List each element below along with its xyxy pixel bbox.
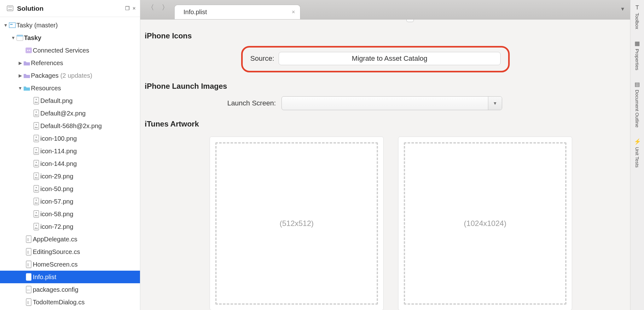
tree-file[interactable]: icon-114.png — [0, 145, 140, 157]
tree-file[interactable]: icon-50.png — [0, 183, 140, 195]
svg-rect-23 — [34, 198, 39, 205]
tree-file[interactable]: Info.plist — [0, 271, 140, 283]
source-label: Source: — [250, 54, 274, 63]
chevron-down-icon[interactable]: ▼ — [3, 23, 8, 28]
tree-label: Info.plist — [33, 273, 56, 281]
tree-file[interactable]: icon-100.png — [0, 132, 140, 145]
svg-text:{}: {} — [27, 301, 29, 304]
tree-file[interactable]: icon-72.png — [0, 220, 140, 233]
tab-close-icon[interactable]: × — [292, 9, 295, 15]
file-icon: {} — [25, 248, 33, 256]
right-tool-rail: TToolbox▦Properties▤Document Outline⚡Uni… — [630, 0, 644, 310]
rail-toolbox[interactable]: TToolbox — [634, 4, 641, 29]
tree-file[interactable]: Default@2x.png — [0, 107, 140, 120]
tree-label: References — [31, 59, 63, 67]
artwork-1x: (512x512) 1x — [210, 137, 384, 310]
tree-label: icon-100.png — [40, 135, 77, 142]
svg-point-5 — [27, 50, 28, 51]
solution-tree: ▼ Tasky (master) ▼ Tasky Connected Servi… — [0, 17, 140, 308]
image-file-icon — [32, 198, 40, 205]
tree-file[interactable]: {}AppDelegate.cs — [0, 233, 140, 245]
combo-dropdown-icon[interactable]: ▼ — [488, 97, 502, 110]
close-pane-icon[interactable]: × — [133, 6, 136, 11]
image-file-icon — [32, 122, 40, 130]
tree-connected-services[interactable]: Connected Services — [0, 44, 140, 57]
tree-solution-root[interactable]: ▼ Tasky (master) — [0, 19, 140, 31]
file-icon: {} — [25, 261, 33, 268]
svg-rect-9 — [34, 110, 39, 117]
file-icon — [25, 273, 33, 281]
tree-file[interactable]: {}HomeScreen.cs — [0, 258, 140, 271]
image-file-icon — [32, 110, 40, 117]
tree-label: Tasky — [24, 34, 41, 42]
svg-point-10 — [36, 111, 37, 113]
chevron-right-icon[interactable]: ▶ — [18, 60, 23, 65]
svg-rect-25 — [34, 211, 39, 217]
svg-rect-13 — [34, 135, 39, 142]
svg-rect-15 — [34, 148, 39, 155]
tree-label: Connected Services — [33, 47, 89, 54]
svg-point-24 — [36, 200, 37, 201]
tree-references[interactable]: ▶ References — [0, 57, 140, 69]
tree-file[interactable]: icon-58.png — [0, 208, 140, 220]
project-icon — [16, 35, 24, 41]
plist-editor: Supports multiple windows iPhone Icons S… — [140, 20, 630, 310]
file-icon: <> — [25, 286, 33, 293]
svg-text:{}: {} — [27, 238, 29, 241]
rail-properties[interactable]: ▦Properties — [634, 40, 641, 70]
migrate-button-label: Migrate to Asset Catalog — [352, 54, 427, 63]
tree-resources[interactable]: ▼ Resources — [0, 82, 140, 94]
nav-back-icon[interactable]: 〈 — [147, 3, 154, 12]
launch-screen-label: Launch Screen: — [143, 99, 276, 107]
image-file-icon — [32, 185, 40, 193]
tree-project[interactable]: ▼ Tasky — [0, 31, 140, 44]
tree-file[interactable]: {}TodoItemDialog.cs — [0, 296, 140, 308]
rail-document-outline[interactable]: ▤Document Outline — [634, 81, 641, 127]
rail-label: Toolbox — [635, 13, 640, 29]
rail-icon: T — [635, 4, 639, 11]
svg-rect-21 — [34, 185, 39, 192]
svg-point-22 — [36, 187, 37, 188]
chevron-down-icon[interactable]: ▼ — [11, 35, 16, 40]
image-file-icon — [32, 97, 40, 104]
section-launch-images: iPhone Launch Images — [145, 82, 627, 91]
migrate-to-asset-catalog-button[interactable]: Migrate to Asset Catalog — [279, 52, 501, 65]
tree-label: icon-114.png — [40, 148, 77, 155]
tree-file[interactable]: {}EditingSource.cs — [0, 245, 140, 258]
supports-multiple-windows-checkbox[interactable] — [406, 20, 414, 22]
image-file-icon — [32, 172, 40, 180]
svg-point-8 — [36, 99, 37, 100]
section-itunes-artwork: iTunes Artwork — [145, 120, 627, 128]
svg-point-6 — [29, 50, 30, 51]
tree-file[interactable]: Default.png — [0, 94, 140, 107]
solution-root-icon — [8, 22, 16, 28]
image-file-icon — [32, 147, 40, 155]
chevron-down-icon[interactable]: ▼ — [18, 86, 23, 91]
tree-label: EditingSource.cs — [33, 248, 80, 256]
solution-icon — [7, 6, 13, 11]
svg-text:{}: {} — [27, 251, 29, 254]
svg-point-16 — [36, 149, 37, 150]
tree-file[interactable]: icon-57.png — [0, 195, 140, 208]
tree-file[interactable]: <>packages.config — [0, 283, 140, 296]
tree-label: icon-29.png — [40, 173, 73, 180]
tab-info-plist[interactable]: Info.plist × — [174, 5, 300, 19]
launch-screen-combo[interactable]: ▼ — [281, 96, 502, 110]
tree-label: Resources — [31, 85, 61, 92]
popout-icon[interactable]: ❐ — [125, 5, 130, 11]
tree-file[interactable]: icon-29.png — [0, 170, 140, 183]
image-file-icon — [32, 160, 40, 167]
artwork-well-1x[interactable]: (512x512) — [210, 137, 384, 310]
artwork-well-2x[interactable]: (1024x1024) — [398, 137, 572, 310]
tree-file[interactable]: Default-568h@2x.png — [0, 120, 140, 132]
chevron-right-icon[interactable]: ▶ — [18, 73, 23, 78]
image-file-icon — [32, 210, 40, 218]
artwork-row: (512x512) 1x (1024x1024) 2x — [210, 137, 627, 310]
artwork-placeholder: (512x512) — [280, 219, 314, 228]
tabstrip-dropdown-icon[interactable]: ▼ — [620, 6, 625, 12]
rail-unit-tests[interactable]: ⚡Unit Tests — [634, 138, 641, 168]
tree-file[interactable]: icon-144.png — [0, 157, 140, 170]
nav-forward-icon[interactable]: 〉 — [162, 3, 169, 12]
tree-packages[interactable]: ▶ Packages (2 updates) — [0, 69, 140, 82]
file-icon: {} — [25, 235, 33, 243]
